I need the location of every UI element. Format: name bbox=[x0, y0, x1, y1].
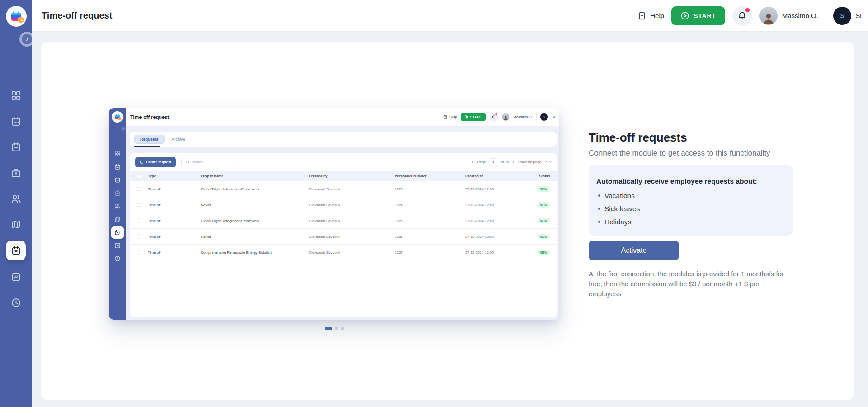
row-checkbox bbox=[137, 251, 141, 255]
rows-per-page-select: 5 bbox=[546, 160, 552, 164]
sidebar-item-notes[interactable] bbox=[6, 137, 25, 156]
preview-org-logo: S bbox=[540, 113, 548, 121]
preview-sidebar-item-projects bbox=[111, 187, 124, 199]
activity-chart-icon bbox=[11, 272, 21, 282]
preview-search-input: Search... bbox=[181, 157, 236, 167]
calendar-logo-icon bbox=[11, 13, 21, 21]
preview-table-header: Type Project name Created by Personnel n… bbox=[130, 171, 557, 181]
preview-tab-archive: Archive bbox=[172, 137, 185, 142]
table-row: Time off Global Digital Integration Fram… bbox=[130, 213, 557, 229]
help-book-icon bbox=[637, 11, 646, 20]
pricing-note: At the first connection, the modules is … bbox=[589, 269, 793, 299]
preview-page-title: Time-off request bbox=[130, 114, 443, 120]
rows-on-page-label: Rows on page: bbox=[518, 160, 542, 164]
table-row: Time off Nexus Oleksandr Savchuk 1224 27… bbox=[130, 197, 557, 213]
info-bullet-list: Vacations Sick leaves Holidays bbox=[596, 192, 784, 226]
preview-notifications-button bbox=[489, 113, 498, 122]
preview-sidebar-item-calendar bbox=[111, 161, 124, 173]
preview-create-request-button: Create request bbox=[135, 157, 176, 167]
sidebar-item-team[interactable] bbox=[6, 189, 25, 208]
users-icon bbox=[11, 194, 21, 204]
preview-sidebar-item-team bbox=[111, 200, 124, 213]
chevron-right-icon bbox=[25, 37, 29, 42]
preview-sidebar bbox=[109, 108, 126, 320]
users-icon bbox=[114, 203, 121, 209]
activate-button[interactable]: Activate bbox=[589, 241, 679, 260]
notification-dot bbox=[495, 113, 497, 115]
status-badge: NEW bbox=[537, 202, 550, 208]
preview-top-bar: Time-off request Help START Massimo O. bbox=[109, 108, 559, 126]
org-name: SI bbox=[856, 12, 862, 19]
top-bar-actions: Help START Massimo O. S SI bbox=[637, 6, 862, 26]
user-menu[interactable]: Massimo O. bbox=[760, 7, 818, 25]
svg-text:S: S bbox=[543, 115, 545, 118]
sidebar-item-map[interactable] bbox=[6, 215, 25, 234]
grid-icon bbox=[114, 151, 121, 157]
status-badge: NEW bbox=[537, 250, 550, 255]
row-checkbox bbox=[137, 187, 141, 191]
preview-org-name: SI bbox=[552, 115, 555, 119]
briefcase-icon bbox=[114, 190, 121, 196]
preview-sidebar-item-history bbox=[111, 252, 124, 265]
table-row: Time off Nexus Oleksandr Savchuk 1226 27… bbox=[130, 229, 557, 245]
map-icon bbox=[11, 219, 21, 230]
info-box: Automatically receive employee requests … bbox=[589, 165, 793, 236]
bullet-item: Vacations bbox=[596, 192, 784, 200]
chevron-right-icon bbox=[512, 161, 515, 164]
table-row: Time off Global Digital Integration Fram… bbox=[130, 181, 557, 197]
preview-sidebar-item-map bbox=[111, 213, 124, 226]
active-tab-underline bbox=[134, 146, 160, 147]
status-badge: NEW bbox=[537, 186, 550, 192]
divider bbox=[826, 11, 826, 21]
row-checkbox bbox=[137, 203, 141, 207]
preview-sidebar-item-reports bbox=[111, 239, 124, 252]
sidebar-item-dashboard[interactable] bbox=[6, 86, 25, 105]
panel-subtitle: Connect the module to get access to this… bbox=[589, 149, 793, 158]
preview-tabs-bar: Requests Archive bbox=[130, 132, 557, 147]
svg-text:S: S bbox=[840, 12, 844, 19]
preview-sidebar-item-time-off bbox=[111, 226, 124, 239]
sidebar-item-history[interactable] bbox=[6, 293, 25, 312]
search-icon bbox=[185, 160, 189, 164]
org-menu[interactable]: S SI bbox=[833, 7, 862, 25]
notification-dot bbox=[745, 8, 750, 12]
chevron-down-icon bbox=[549, 161, 552, 164]
preview-user-name: Massimo O. bbox=[513, 115, 533, 119]
app-logo[interactable] bbox=[6, 6, 27, 27]
user-name: Massimo O. bbox=[782, 12, 818, 19]
sidebar-item-time-off[interactable] bbox=[6, 241, 26, 260]
main-content-card: Time-off request Help START Massimo O. bbox=[41, 42, 854, 400]
sidebar-nav bbox=[0, 86, 32, 312]
calendar-x-icon bbox=[114, 230, 120, 236]
bullet-item: Sick leaves bbox=[596, 205, 784, 213]
plus-circle-icon bbox=[140, 160, 144, 164]
preview-tab-requests: Requests bbox=[134, 135, 165, 144]
bell-icon bbox=[737, 11, 747, 20]
sidebar-item-calendar[interactable] bbox=[6, 112, 25, 131]
carousel-dot[interactable] bbox=[341, 327, 344, 330]
chevron-left-icon bbox=[471, 161, 474, 164]
start-button[interactable]: START bbox=[671, 6, 725, 25]
page-number-box: 1 bbox=[489, 158, 497, 166]
preview-sidebar-item-notes bbox=[111, 174, 124, 186]
start-label: START bbox=[693, 12, 716, 19]
sidebar-item-reports[interactable] bbox=[6, 267, 25, 286]
status-badge: NEW bbox=[537, 234, 550, 239]
notepad-icon bbox=[114, 177, 121, 183]
notifications-button[interactable] bbox=[732, 6, 752, 26]
sidebar-expand-button[interactable] bbox=[22, 34, 32, 44]
carousel-dot[interactable] bbox=[335, 327, 338, 330]
play-circle-icon bbox=[680, 11, 689, 20]
activity-chart-icon bbox=[114, 242, 121, 249]
preview-user-avatar bbox=[502, 113, 509, 121]
sidebar-item-projects[interactable] bbox=[6, 163, 25, 182]
person-icon bbox=[762, 11, 775, 25]
help-label: Help bbox=[650, 12, 664, 19]
help-button[interactable]: Help bbox=[637, 11, 664, 20]
page-of-label: of 25 bbox=[500, 160, 509, 164]
preview-sidebar-item-dashboard bbox=[111, 147, 124, 160]
sidebar bbox=[0, 0, 32, 407]
panel-title: Time-off requests bbox=[589, 131, 793, 145]
carousel-dot-active[interactable] bbox=[325, 327, 332, 330]
status-badge: NEW bbox=[537, 218, 550, 223]
